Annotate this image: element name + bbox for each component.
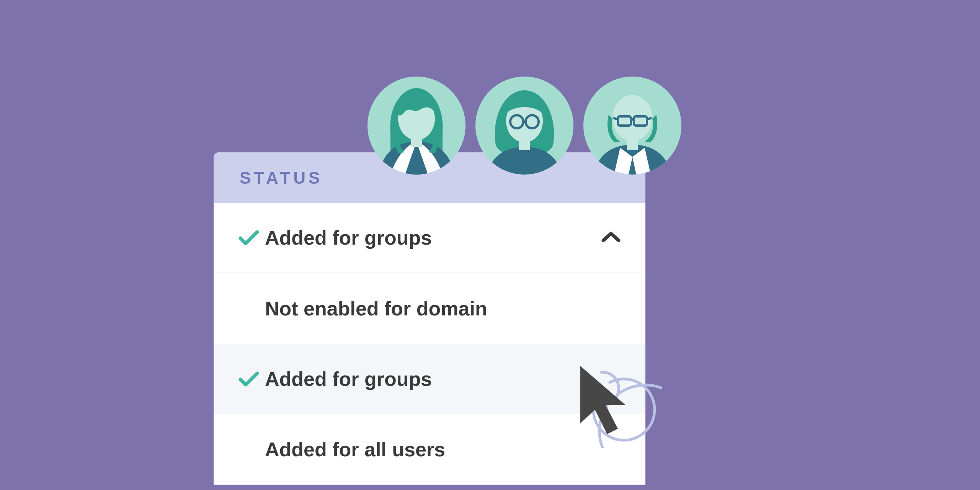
checkmark-icon <box>238 229 265 247</box>
avatar <box>475 77 573 175</box>
option-label: Added for groups <box>265 368 432 390</box>
svg-line-15 <box>613 118 618 119</box>
dropdown-selected-row[interactable]: Added for groups <box>214 203 645 273</box>
svg-line-16 <box>647 118 652 119</box>
chevron-up-icon <box>601 230 621 245</box>
illustration-stage: STATUS Added for groups Not enabled for … <box>0 0 980 490</box>
option-label: Not enabled for domain <box>265 297 487 320</box>
dropdown-option-not-enabled[interactable]: Not enabled for domain <box>214 273 645 344</box>
dropdown-option-added-for-all-users[interactable]: Added for all users <box>214 414 645 485</box>
user-avatars-row <box>368 77 681 175</box>
option-label: Added for all users <box>265 438 445 461</box>
avatar <box>368 77 466 175</box>
selected-option-label: Added for groups <box>265 226 432 249</box>
avatar <box>583 77 681 175</box>
checkmark-icon <box>238 370 265 388</box>
panel-header-title: STATUS <box>240 168 323 187</box>
dropdown-option-added-for-groups[interactable]: Added for groups <box>214 344 645 414</box>
status-dropdown-panel: STATUS Added for groups Not enabled for … <box>214 152 645 485</box>
